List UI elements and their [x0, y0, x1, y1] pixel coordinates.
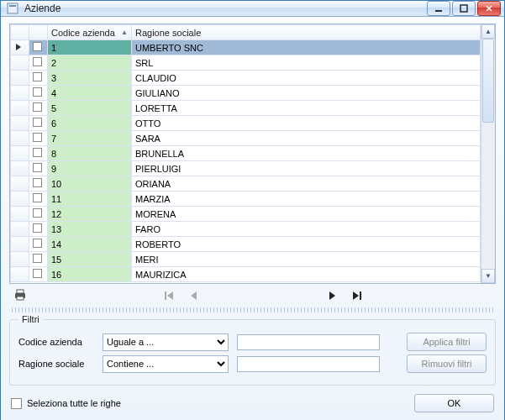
apply-filters-button[interactable]: Applica filtri: [407, 333, 487, 351]
row-checkbox[interactable]: [33, 163, 42, 172]
nav-next-button[interactable]: [325, 289, 339, 302]
row-checkbox[interactable]: [33, 42, 42, 51]
cell-code[interactable]: 9: [48, 161, 132, 176]
select-all-checkbox[interactable]: [11, 398, 22, 409]
cell-code[interactable]: 11: [48, 192, 132, 207]
cell-name[interactable]: MAURIZICA: [132, 267, 481, 282]
scroll-track[interactable]: [481, 39, 495, 269]
table-row[interactable]: 14ROBERTO: [11, 237, 481, 252]
table-row[interactable]: 11MARZIA: [11, 192, 481, 207]
table-row[interactable]: 9PIERLUIGI: [11, 161, 481, 176]
splitter-gripper[interactable]: [9, 307, 496, 312]
row-checkbox-cell[interactable]: [29, 131, 48, 146]
table-row[interactable]: 10ORIANA: [11, 176, 481, 192]
scroll-thumb[interactable]: [482, 39, 494, 123]
cell-name[interactable]: PIERLUIGI: [132, 161, 481, 176]
table-row[interactable]: 8BRUNELLA: [11, 146, 481, 161]
cell-name[interactable]: OTTO: [132, 116, 481, 131]
cell-code[interactable]: 14: [48, 237, 132, 252]
table-row[interactable]: 3CLAUDIO: [11, 71, 481, 86]
cell-code[interactable]: 13: [48, 222, 132, 237]
cell-name[interactable]: LORETTA: [132, 101, 481, 116]
row-checkbox[interactable]: [33, 208, 42, 218]
cell-code[interactable]: 15: [48, 252, 132, 267]
row-checkbox[interactable]: [33, 57, 42, 66]
cell-code[interactable]: 5: [48, 101, 132, 116]
nav-last-button[interactable]: [350, 289, 364, 302]
cell-code[interactable]: 6: [48, 116, 132, 131]
table-row[interactable]: 15MERI: [11, 252, 481, 267]
cell-name[interactable]: MORENA: [132, 207, 481, 222]
table-row[interactable]: 13FARO: [11, 222, 481, 237]
close-button[interactable]: [477, 1, 501, 16]
row-checkbox-cell[interactable]: [29, 101, 48, 116]
cell-name[interactable]: MERI: [132, 252, 481, 267]
column-header-code[interactable]: Codice azienda▲: [48, 25, 132, 40]
row-checkbox[interactable]: [33, 269, 42, 278]
cell-name[interactable]: SARA: [132, 131, 481, 146]
scroll-up-button[interactable]: ▲: [481, 24, 495, 39]
cell-code[interactable]: 16: [48, 267, 132, 282]
filter-code-value[interactable]: [237, 334, 380, 350]
cell-name[interactable]: MARZIA: [132, 192, 481, 207]
row-checkbox-cell[interactable]: [29, 252, 48, 267]
column-header-name[interactable]: Ragione sociale: [132, 25, 481, 40]
cell-name[interactable]: ORIANA: [132, 176, 481, 192]
cell-name[interactable]: BRUNELLA: [132, 146, 481, 161]
cell-code[interactable]: 3: [48, 71, 132, 86]
minimize-button[interactable]: [427, 1, 450, 16]
filter-code-operator[interactable]: Uguale a ...: [103, 333, 229, 351]
remove-filters-button[interactable]: Rimuovi filtri: [407, 354, 487, 373]
row-checkbox[interactable]: [33, 148, 42, 157]
row-checkbox[interactable]: [33, 133, 42, 142]
table-row[interactable]: 5LORETTA: [11, 101, 481, 116]
data-grid[interactable]: Codice azienda▲ Ragione sociale 1UMBERTO…: [9, 24, 496, 284]
cell-code[interactable]: 12: [48, 207, 132, 222]
row-checkbox-cell[interactable]: [29, 116, 48, 131]
row-checkbox-cell[interactable]: [29, 237, 48, 252]
row-checkbox-cell[interactable]: [29, 40, 48, 55]
row-checkbox-cell[interactable]: [29, 86, 48, 101]
cell-name[interactable]: ROBERTO: [132, 237, 481, 252]
row-checkbox-cell[interactable]: [29, 207, 48, 222]
table-row[interactable]: 2SRL: [11, 55, 481, 71]
row-checkbox[interactable]: [33, 102, 42, 112]
row-checkbox[interactable]: [33, 118, 42, 127]
table-row[interactable]: 7SARA: [11, 131, 481, 146]
row-checkbox[interactable]: [33, 178, 42, 187]
row-checkbox-cell[interactable]: [29, 192, 48, 207]
row-checkbox-cell[interactable]: [29, 146, 48, 161]
row-checkbox-cell[interactable]: [29, 55, 48, 71]
cell-code[interactable]: 8: [48, 146, 132, 161]
row-checkbox[interactable]: [33, 239, 42, 248]
nav-first-button[interactable]: [162, 289, 176, 302]
nav-prev-button[interactable]: [187, 289, 201, 302]
row-checkbox[interactable]: [33, 193, 42, 202]
row-checkbox-cell[interactable]: [29, 71, 48, 86]
cell-code[interactable]: 7: [48, 131, 132, 146]
row-checkbox[interactable]: [33, 87, 42, 97]
row-checkbox-cell[interactable]: [29, 161, 48, 176]
table-row[interactable]: 16MAURIZICA: [11, 267, 481, 282]
cell-name[interactable]: UMBERTO SNC: [132, 40, 481, 55]
ok-button[interactable]: OK: [414, 394, 494, 412]
cell-code[interactable]: 10: [48, 176, 132, 192]
cell-name[interactable]: CLAUDIO: [132, 71, 481, 86]
cell-code[interactable]: 4: [48, 86, 132, 101]
row-checkbox-cell[interactable]: [29, 176, 48, 192]
print-icon[interactable]: [13, 288, 33, 303]
cell-name[interactable]: SRL: [132, 55, 481, 71]
filter-name-operator[interactable]: Contiene ...: [103, 355, 229, 373]
row-checkbox[interactable]: [33, 72, 42, 81]
checkbox-header[interactable]: [29, 25, 48, 40]
scroll-down-button[interactable]: ▼: [481, 269, 495, 283]
row-checkbox-cell[interactable]: [29, 267, 48, 282]
cell-code[interactable]: 2: [48, 55, 132, 71]
table-row[interactable]: 12MORENA: [11, 207, 481, 222]
vertical-scrollbar[interactable]: ▲ ▼: [481, 24, 495, 283]
row-checkbox-cell[interactable]: [29, 222, 48, 237]
row-checkbox[interactable]: [33, 223, 42, 233]
cell-code[interactable]: 1: [48, 40, 132, 55]
maximize-button[interactable]: [452, 1, 476, 16]
cell-name[interactable]: FARO: [132, 222, 481, 237]
